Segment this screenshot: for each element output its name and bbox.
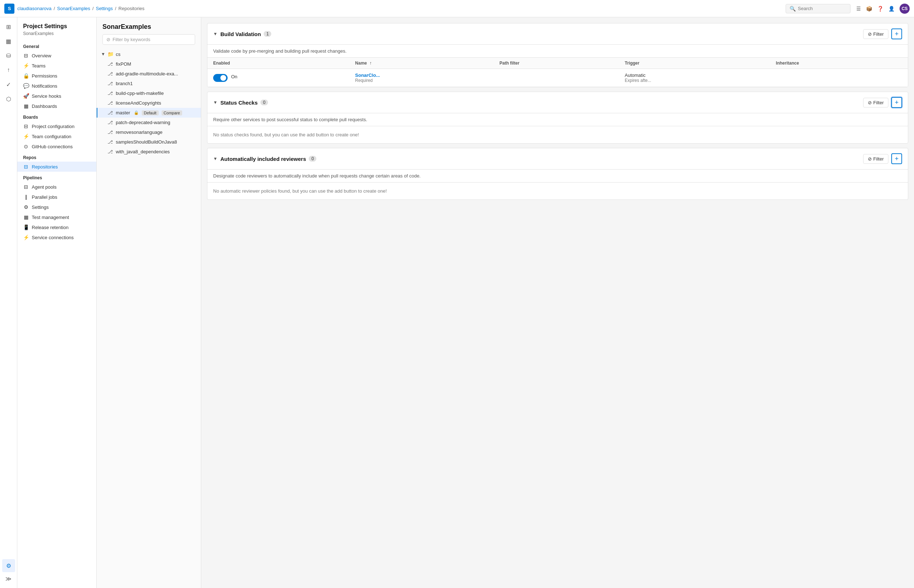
search-input[interactable] <box>798 6 846 11</box>
filter-placeholder: Filter by keywords <box>113 37 150 42</box>
status-checks-section: ▼ Status Checks 0 ⊘ Filter + Require oth… <box>207 92 908 144</box>
list-item[interactable]: ⎇ add-gradle-multimodule-exa... <box>97 69 201 79</box>
auto-reviewers-empty: No automatic reviewer policies found, bu… <box>207 183 908 199</box>
policy-name[interactable]: SonarClo... <box>355 73 488 78</box>
branch-icon: ⎇ <box>108 120 113 125</box>
list-item[interactable]: ⎇ licenseAndCopyrights <box>97 98 201 108</box>
breadcrumb-project[interactable]: SonarExamples <box>57 6 90 11</box>
github-icon: ⊙ <box>23 144 29 149</box>
breadcrumb-settings[interactable]: Settings <box>96 6 113 11</box>
rail-artifacts[interactable]: ⬡ <box>2 92 15 105</box>
auto-reviewers-add-button[interactable]: + <box>891 153 902 164</box>
status-checks-count: 0 <box>260 100 268 105</box>
sidebar-item-dashboards[interactable]: ▦ Dashboards <box>17 101 96 111</box>
filter-funnel-icon: ⊘ <box>868 100 872 105</box>
status-checks-filter-button[interactable]: ⊘ Filter <box>863 98 888 108</box>
rail-settings[interactable]: ⚙ <box>2 559 15 572</box>
sidebar-item-permissions[interactable]: 🔒 Permissions <box>17 71 96 81</box>
policy-sub: Required <box>355 78 488 83</box>
list-item[interactable]: ⎇ with_java8_dependencies <box>97 147 201 157</box>
rail-expand[interactable]: ≫ <box>2 572 15 585</box>
sidebar-subtitle: SonarExamples <box>17 31 96 40</box>
repo-name: master <box>116 110 130 115</box>
list-item[interactable]: ⎇ removesonarlanguage <box>97 128 201 137</box>
sort-icon: ↑ <box>370 61 372 66</box>
list-item-master[interactable]: ⎇ master 🔒 Default Compare <box>97 108 201 118</box>
rail-testplans[interactable]: ✓ <box>2 78 15 91</box>
list-item[interactable]: ⎇ samplesShouldBuildOnJava8 <box>97 137 201 147</box>
sidebar-item-service-hooks[interactable]: 🚀 Service hooks <box>17 91 96 101</box>
sidebar-item-teams[interactable]: ⚡ Teams <box>17 61 96 71</box>
main-layout: ⊞ ▦ ⛁ ↑ ✓ ⬡ ⚙ ≫ Project Settings SonarEx… <box>0 17 914 588</box>
parallel-jobs-label: Parallel jobs <box>32 194 57 200</box>
app-logo[interactable]: S <box>4 3 15 14</box>
repo-group-header[interactable]: ▼ 📁 cs <box>97 49 201 59</box>
sidebar-item-pipeline-settings[interactable]: ⚙ Settings <box>17 202 96 212</box>
sidebar-item-project-config[interactable]: ⊟ Project configuration <box>17 121 96 131</box>
list-item[interactable]: ⎇ patch-deprecated-warning <box>97 118 201 128</box>
agent-pools-icon: ⊟ <box>23 184 29 190</box>
col-inheritance: Inheritance <box>770 58 908 69</box>
enabled-label: On <box>231 74 237 79</box>
filter-label: Filter <box>873 156 884 162</box>
avatar[interactable]: CS <box>899 3 910 14</box>
branch-icon: ⎇ <box>108 71 113 76</box>
sidebar-item-release-retention[interactable]: 📱 Release retention <box>17 222 96 232</box>
search-box[interactable]: 🔍 <box>786 4 851 13</box>
enabled-toggle[interactable] <box>213 74 228 82</box>
sidebar-item-agent-pools[interactable]: ⊟ Agent pools <box>17 182 96 192</box>
trigger-value: Automatic <box>625 73 764 78</box>
person-icon[interactable]: 👤 <box>888 6 895 11</box>
section-boards: Boards <box>17 111 96 121</box>
sidebar-item-team-config[interactable]: ⚡ Team configuration <box>17 131 96 141</box>
status-checks-header: ▼ Status Checks 0 ⊘ Filter + <box>207 92 908 113</box>
folder-icon: 📁 <box>108 51 114 57</box>
middle-panel: SonarExamples ⊘ Filter by keywords ▼ 📁 c… <box>97 17 201 588</box>
middle-title: SonarExamples <box>102 23 195 31</box>
sidebar-item-notifications[interactable]: 💬 Notifications <box>17 81 96 91</box>
overview-label: Overview <box>32 53 51 58</box>
overview-icon: ⊟ <box>23 53 29 58</box>
release-retention-icon: 📱 <box>23 225 29 230</box>
chevron-icon[interactable]: ▼ <box>213 100 218 105</box>
rail-repos[interactable]: ⛁ <box>2 49 15 62</box>
list-item[interactable]: ⎇ fixPOM <box>97 59 201 69</box>
sidebar-item-repositories[interactable]: ⊟ Repositories <box>17 162 96 172</box>
repo-name: with_java8_dependencies <box>116 149 170 154</box>
build-validation-filter-button[interactable]: ⊘ Filter <box>863 29 888 39</box>
repositories-icon: ⊟ <box>23 164 29 170</box>
rail-pipelines[interactable]: ↑ <box>2 63 15 76</box>
build-validation-add-button[interactable]: + <box>891 29 902 39</box>
rail-home[interactable]: ⊞ <box>2 20 15 33</box>
filter-icon: ⊘ <box>107 37 110 42</box>
chevron-icon[interactable]: ▼ <box>213 31 218 36</box>
sidebar-item-test-management[interactable]: ▦ Test management <box>17 212 96 222</box>
branch-icon: ⎇ <box>108 100 113 106</box>
list-item[interactable]: ⎇ branch1 <box>97 79 201 88</box>
help-icon[interactable]: ❓ <box>877 6 883 11</box>
breadcrumb-org[interactable]: claudiasonarova <box>17 6 52 11</box>
status-checks-add-button[interactable]: + <box>891 97 902 108</box>
auto-reviewers-count: 0 <box>309 156 317 162</box>
repo-name: build-cpp-with-makefile <box>116 90 164 96</box>
rail-boards[interactable]: ▦ <box>2 35 15 48</box>
status-checks-actions: ⊘ Filter + <box>863 97 902 108</box>
package-icon[interactable]: 📦 <box>866 6 872 11</box>
sidebar: Project Settings SonarExamples General ⊟… <box>17 17 97 588</box>
list-item[interactable]: ⎇ build-cpp-with-makefile <box>97 88 201 98</box>
repo-list: ▼ 📁 cs ⎇ fixPOM ⎇ add-gradle-multimodule… <box>97 48 201 588</box>
list-icon[interactable]: ☰ <box>856 6 861 11</box>
build-validation-table: Enabled Name ↑ Path filter Trigger Inher… <box>207 58 908 87</box>
sidebar-item-overview[interactable]: ⊟ Overview <box>17 50 96 61</box>
sidebar-item-parallel-jobs[interactable]: ∥ Parallel jobs <box>17 192 96 202</box>
sidebar-item-github[interactable]: ⊙ GitHub connections <box>17 141 96 152</box>
auto-reviewers-filter-button[interactable]: ⊘ Filter <box>863 154 888 164</box>
chevron-icon[interactable]: ▼ <box>213 156 218 161</box>
filter-input[interactable]: ⊘ Filter by keywords <box>102 34 195 45</box>
repo-name: samplesShouldBuildOnJava8 <box>116 139 177 145</box>
repo-name: branch1 <box>116 81 133 86</box>
repo-name: removesonarlanguage <box>116 129 162 135</box>
sidebar-title: Project Settings <box>17 23 96 31</box>
sidebar-item-service-connections[interactable]: ⚡ Service connections <box>17 232 96 242</box>
notifications-icon: 💬 <box>23 83 29 89</box>
